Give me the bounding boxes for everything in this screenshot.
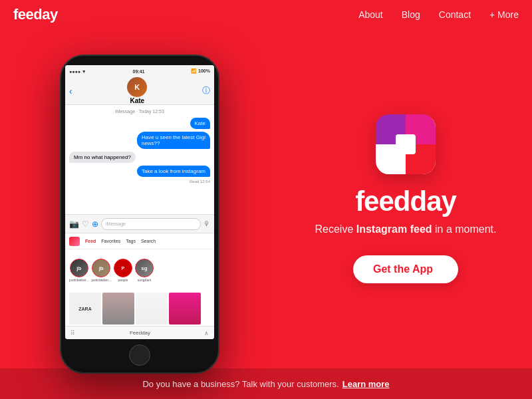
header: feeday About Blog Contact + More: [0, 0, 532, 29]
imessage-header: ‹ K Kate ⓘ: [65, 77, 214, 105]
app-name: feedday: [355, 188, 456, 215]
contact-avatar: K: [127, 77, 147, 97]
nav-blog[interactable]: Blog: [402, 9, 420, 20]
story-name-3: people: [118, 278, 128, 282]
message-label: iMessage · Today 12:53: [69, 109, 210, 114]
story-avatar-3: P: [114, 259, 132, 277]
story-avatar-1: jb: [70, 259, 88, 277]
msg-bubble-4: Take a look from instagram: [137, 166, 210, 177]
mic-icon[interactable]: 🎙: [203, 220, 210, 227]
signal-icon: ●●●● ▼: [69, 69, 86, 74]
battery-display: 📶 100%: [191, 68, 210, 74]
app-tagline: Receive Instagram feed in a moment.: [315, 222, 497, 237]
story-1[interactable]: jb justinbieber...: [69, 259, 88, 282]
message-input[interactable]: iMessage: [101, 218, 201, 230]
phone-mockup: ●●●● ▼ 09:41 📶 100% ‹ K Kate ⓘ iMessage …: [60, 55, 219, 374]
grid-cell-3: [136, 293, 168, 325]
story-name-1: justinbieber...: [69, 278, 88, 282]
grid-cell-1: ZARA: [69, 293, 101, 325]
tab-search[interactable]: Search: [141, 239, 156, 243]
story-name-4: songdani: [138, 278, 151, 282]
dots-icon: ⠿: [70, 330, 76, 336]
camera-icon[interactable]: 📷: [69, 219, 79, 229]
stories-row: jb justinbieber... jb justinbieber... P …: [65, 249, 214, 291]
tab-favorites[interactable]: Favorites: [101, 239, 120, 243]
story-avatar-2: jb: [92, 259, 110, 277]
back-button[interactable]: ‹: [69, 86, 72, 96]
footer: Do you have a business? Talk with your c…: [0, 368, 532, 399]
feedday-bottom-bar: ⠿ Feedday ∧: [65, 326, 214, 339]
phone-area: ●●●● ▼ 09:41 📶 100% ‹ K Kate ⓘ iMessage …: [0, 29, 279, 399]
msg-bubble-1: Kate: [190, 118, 210, 129]
grid-cell-2: [102, 293, 134, 325]
story-4[interactable]: sg songdani: [135, 259, 154, 282]
nav-more[interactable]: + More: [489, 9, 519, 20]
get-app-button[interactable]: Get the App: [353, 255, 458, 283]
input-bar: 📷 ♡ ⊕ iMessage 🎙: [65, 214, 214, 233]
time-display: 09:41: [133, 69, 145, 74]
story-avatar-4: sg: [135, 259, 154, 277]
grid-cell-4: [169, 293, 201, 325]
story-3[interactable]: P people: [114, 259, 132, 282]
tab-tags[interactable]: Tags: [126, 239, 136, 243]
app-icon-inner: [376, 114, 436, 174]
tab-feed[interactable]: Feed: [85, 239, 96, 243]
right-content: feedday Receive Instagram feed in a mome…: [279, 29, 532, 368]
feedday-tabs: Feed Favorites Tags Search: [65, 233, 214, 249]
phone-screen: ●●●● ▼ 09:41 📶 100% ‹ K Kate ⓘ iMessage …: [65, 65, 214, 339]
message-body: iMessage · Today 12:53 Kate Have u seen …: [65, 105, 214, 214]
app-icon: [376, 114, 436, 174]
story-name-2: justinbieber...: [91, 278, 110, 282]
icon-center: [396, 134, 416, 154]
info-button[interactable]: ⓘ: [202, 85, 210, 96]
image-grid: ZARA: [65, 291, 214, 326]
contact-name: Kate: [130, 97, 144, 104]
msg-bubble-2: Have u seen the latest Giginews??: [137, 132, 210, 149]
heart-icon[interactable]: ♡: [82, 219, 89, 229]
footer-text: Do you have a business? Talk with your c…: [142, 379, 338, 389]
app-icon-btn[interactable]: ⊕: [92, 219, 98, 229]
logo[interactable]: feeday: [13, 6, 58, 23]
nav: About Blog Contact + More: [358, 9, 519, 20]
msg-bubble-3: Mm no what happened?: [69, 152, 136, 163]
chevron-up-icon[interactable]: ∧: [204, 330, 209, 336]
feedday-app-label: Feedday: [130, 330, 150, 336]
cta-label: Get the App: [373, 263, 433, 275]
feedday-mini-logo: [69, 237, 80, 246]
home-button[interactable]: [129, 344, 150, 366]
status-bar: ●●●● ▼ 09:41 📶 100%: [65, 65, 214, 77]
learn-more-link[interactable]: Learn more: [342, 379, 390, 389]
nav-about[interactable]: About: [358, 9, 383, 20]
story-2[interactable]: jb justinbieber...: [91, 259, 110, 282]
read-label: Read 12:54: [190, 180, 210, 184]
nav-contact[interactable]: Contact: [439, 9, 471, 20]
